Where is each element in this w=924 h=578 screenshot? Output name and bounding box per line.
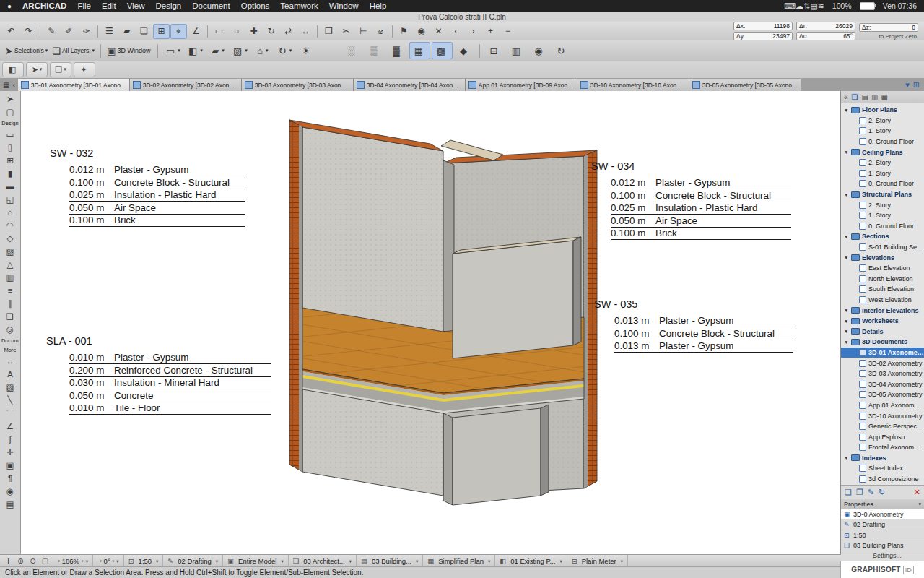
snap-guides-icon[interactable]: ⌖ [170, 24, 187, 39]
quick-layers-icon[interactable]: ❏ ▾ [50, 62, 71, 77]
stair-tool-icon[interactable]: ≡ [1, 284, 19, 297]
chevron-down-icon[interactable]: ▾ [918, 501, 921, 507]
pen-set-row[interactable]: ✎ 02 Drafting [841, 519, 924, 530]
disclosure-triangle-icon[interactable]: ▼ [844, 329, 849, 334]
sun-icon[interactable]: ☀ [297, 42, 318, 59]
undo-icon[interactable]: ↶ [3, 24, 19, 39]
delta-z-field[interactable]: Δz:0 [859, 23, 918, 32]
tool-options-icon[interactable]: ➤ ▾ [26, 62, 48, 77]
dimension-style-select[interactable]: ⊟ Plain Meter ▾ [567, 555, 628, 567]
group-icon[interactable]: ❐ [321, 24, 337, 39]
project-map-icon[interactable]: ❏ [851, 93, 859, 101]
delta-r-field[interactable]: Δr:26029 [796, 22, 855, 30]
3d-window-button[interactable]: ▣ 3D Window [105, 42, 153, 59]
toolbar2-button[interactable] [157, 44, 158, 58]
toolbar-icon[interactable] [317, 25, 318, 38]
annotation-sw-035[interactable]: SW - 035 0.013 mPlaster - Gypsum 0.100 m… [594, 298, 793, 353]
move-icon[interactable]: ✚ [245, 24, 262, 39]
disclosure-triangle-icon[interactable]: ▼ [844, 108, 849, 113]
drawing-tool-icon[interactable]: ▤ [1, 498, 19, 511]
window-tool-icon[interactable]: ⊞ [1, 154, 19, 167]
tree-item[interactable]: 1. Story [841, 126, 924, 137]
model-view-select[interactable]: ▦ Simplified Plan ▾ [423, 555, 495, 567]
hatch-medium-icon[interactable]: ▒ [365, 42, 385, 59]
arc-tool-icon[interactable]: ⌒ [1, 407, 19, 420]
pen-color-icon[interactable]: ▰ ▾ [207, 42, 228, 59]
layers-icon[interactable]: ❏ [136, 24, 152, 39]
new-folder-icon[interactable]: ❏ [845, 488, 852, 497]
nav-left-icon[interactable]: ‹ [448, 24, 464, 39]
menu-item[interactable]: Help [370, 1, 387, 10]
delta-y-field[interactable]: Δy:23497 [733, 32, 793, 40]
toolbox-item[interactable]: Design [1, 118, 19, 128]
toolbar2-button[interactable] [319, 42, 341, 59]
tree-item[interactable]: 3D-04 Axonometry [841, 379, 924, 389]
mesh-tool-icon[interactable]: △ [1, 258, 19, 271]
display-icon[interactable]: ▤ [810, 1, 817, 10]
camera-view-icon[interactable]: ◉ [529, 42, 550, 59]
marquee-tool-icon[interactable]: ▢ [1, 105, 19, 118]
line-weight-icon[interactable]: ☰ [101, 24, 118, 39]
shell-tool-icon[interactable]: ◠ [1, 219, 19, 232]
pen-set-select[interactable]: ✎ 02 Drafting ▾ [163, 555, 223, 567]
menu-item[interactable]: View [127, 1, 145, 10]
annotation-sw-034[interactable]: SW - 034 0.012 mPlaster - Gypsum 0.100 m… [591, 160, 791, 240]
tree-item[interactable]: S-01 Building Section [841, 242, 924, 253]
tab-overview-icon[interactable]: ▦ [3, 81, 9, 89]
disclosure-triangle-icon[interactable]: ▼ [844, 192, 849, 197]
settings-row[interactable]: Settings... [841, 551, 924, 561]
tree-item[interactable]: 1. Story [841, 210, 924, 221]
figure-tool-icon[interactable]: ▣ [1, 459, 19, 472]
toolbar2-button[interactable] [479, 44, 480, 58]
apple-menu-icon[interactable]: ● [7, 2, 12, 10]
collapse-panel-icon[interactable]: « [844, 93, 848, 101]
diamond-icon[interactable]: ◆ [454, 42, 475, 59]
slab-tool-icon[interactable]: ◱ [1, 193, 19, 206]
tree-item[interactable]: ▼ Sections [841, 231, 924, 242]
wifi-icon[interactable]: ≋ [818, 1, 824, 10]
toolbar-icon[interactable] [40, 25, 40, 38]
wall-tool-icon[interactable]: ▭ [1, 128, 19, 141]
keyboard-icon[interactable]: ⌨ [784, 1, 796, 10]
app-menu[interactable]: ARCHICAD [22, 1, 66, 10]
renovation-filter-select[interactable]: ◧ 01 Existing P... ▾ [495, 555, 567, 567]
tree-item[interactable]: ▼ Details [841, 326, 924, 337]
disclosure-triangle-icon[interactable]: ▼ [844, 234, 849, 239]
tree-item[interactable]: 2. Story [841, 199, 924, 210]
arrow-tool-icon[interactable]: ➤ [1, 92, 19, 105]
panel-toggle-icon[interactable]: ◧ [2, 62, 24, 77]
redo-icon[interactable]: ↷ [20, 24, 37, 39]
brush-icon[interactable]: ✑ [78, 24, 95, 39]
tree-item[interactable]: ▼ Worksheets [841, 316, 924, 327]
section-depth-icon[interactable]: ⊟ [484, 42, 505, 59]
new-view-icon[interactable]: ⊞ [913, 80, 920, 90]
layer-combination-select[interactable]: ▤ 03 Building... ▾ [357, 555, 423, 567]
disclosure-triangle-icon[interactable]: ▼ [844, 150, 849, 155]
tree-item[interactable]: Frontal Axonometry [841, 442, 924, 453]
guide-lines-icon[interactable]: ∠ [188, 24, 204, 39]
view-tab[interactable]: App 01 Axonometry [3D-09 Axon... [466, 79, 578, 91]
toolbar2-button[interactable] [100, 44, 101, 58]
tree-item[interactable]: North Elevation [841, 274, 924, 285]
toolbox-item[interactable]: Docum [1, 336, 19, 345]
scale-select[interactable]: ⊡ 1:50 ▾ [124, 555, 164, 567]
circle-icon[interactable]: ○ [228, 24, 245, 39]
tree-item[interactable]: 3D-10 Axonometry [841, 410, 924, 421]
object-tool-icon[interactable]: ❑ [1, 310, 19, 323]
tree-item[interactable]: East Elevation [841, 263, 924, 274]
pen-combination-select[interactable]: ❏ 03 Architect... ▾ [289, 555, 357, 567]
all-layers-button[interactable]: ❏ All Layers: ▾ [51, 42, 96, 59]
minus-icon[interactable]: − [500, 24, 516, 39]
tree-item[interactable]: ▼ Interior Elevations [841, 305, 924, 316]
door-tool-icon[interactable]: ▯ [1, 141, 19, 154]
tree-item[interactable]: 3d Composizione [841, 474, 924, 485]
menu-item[interactable]: Options [241, 1, 270, 10]
cut-fill-icon[interactable]: ▨ ▾ [230, 42, 250, 59]
fit-view-icon[interactable]: ▢ [39, 557, 51, 565]
trim-icon[interactable]: ⊢ [355, 24, 372, 39]
railing-tool-icon[interactable]: ∥ [1, 297, 19, 310]
disclosure-triangle-icon[interactable]: ▼ [844, 255, 849, 260]
tree-item[interactable]: Generic Perspective [841, 421, 924, 432]
camera-icon[interactable]: ◉ [413, 24, 430, 39]
model-view-icon[interactable]: ⌂ ▾ [252, 42, 273, 59]
